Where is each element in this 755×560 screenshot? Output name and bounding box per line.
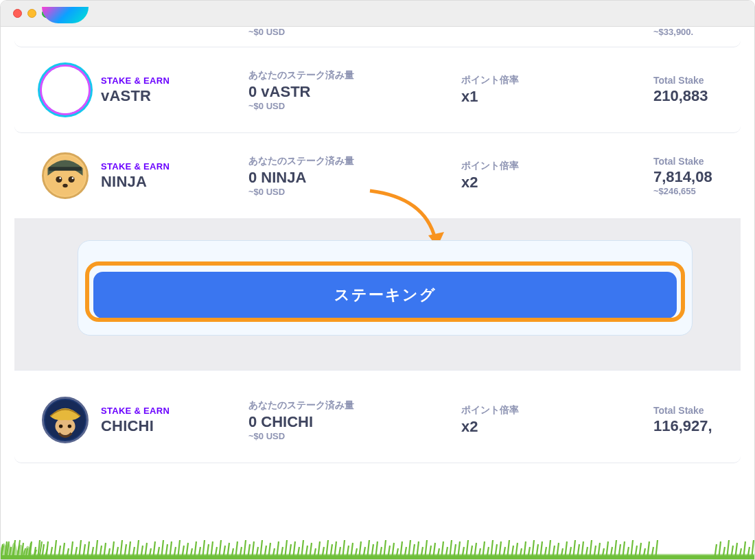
- staked-label: あなたのステーク済み量: [248, 155, 461, 167]
- token-name: CHICHI: [101, 417, 248, 435]
- staked-usd: ~$0 USD: [248, 187, 461, 197]
- svg-point-9: [72, 177, 74, 179]
- token-name: NINJA: [101, 173, 248, 191]
- vastr-icon: [42, 67, 89, 113]
- token-row-vastr[interactable]: STAKE & EARN vASTR あなたのステーク済み量 0 vASTR ~…: [14, 47, 741, 133]
- expanded-stake-panel: ステーキング: [14, 218, 741, 371]
- svg-point-7: [69, 176, 75, 183]
- stake-earn-badge: STAKE & EARN: [101, 406, 248, 416]
- total-usd: ~$246,655: [653, 186, 741, 196]
- total-value: 116,927,: [653, 417, 741, 435]
- staked-label: あなたのステーク済み量: [248, 69, 461, 82]
- svg-point-14: [68, 424, 71, 428]
- browser-window: ~$0 USD ~$33,900. STAKE & EARN vASTR あなた…: [0, 0, 755, 560]
- staked-usd: ~$0 USD: [248, 27, 461, 37]
- svg-point-0: [56, 81, 74, 99]
- svg-point-12: [55, 417, 75, 435]
- stake-earn-badge: STAKE & EARN: [101, 75, 248, 86]
- svg-point-1: [62, 79, 69, 86]
- staked-label: あなたのステーク済み量: [248, 399, 461, 412]
- window-minimize-icon[interactable]: [27, 9, 36, 18]
- multiplier-label: ポイント倍率: [461, 160, 653, 172]
- staked-usd: ~$0 USD: [248, 101, 461, 111]
- stake-earn-badge: STAKE & EARN: [101, 161, 248, 172]
- total-label: Total Stake: [653, 405, 741, 416]
- svg-rect-5: [49, 167, 81, 170]
- stake-card: ステーキング: [78, 240, 693, 336]
- staked-value: 0 vASTR: [248, 83, 461, 101]
- svg-point-10: [62, 184, 67, 187]
- total-usd: ~$33,900.: [653, 27, 741, 37]
- app-content: ~$0 USD ~$33,900. STAKE & EARN vASTR あなた…: [1, 27, 754, 559]
- ninja-icon: [42, 152, 89, 199]
- svg-point-3: [68, 90, 76, 97]
- staking-button[interactable]: ステーキング: [93, 272, 677, 318]
- multiplier-label: ポイント倍率: [461, 404, 653, 417]
- token-row-chichi[interactable]: STAKE & EARN CHICHI あなたのステーク済み量 0 CHICHI…: [14, 377, 741, 463]
- token-name: vASTR: [101, 87, 248, 105]
- multiplier-label: ポイント倍率: [461, 74, 653, 86]
- staked-usd: ~$0 USD: [248, 431, 461, 441]
- staked-value: 0 NINJA: [248, 169, 461, 187]
- window-titlebar: [1, 1, 754, 27]
- multiplier-value: x2: [461, 418, 653, 436]
- svg-point-8: [59, 177, 61, 179]
- window-close-icon[interactable]: [13, 9, 22, 18]
- token-row[interactable]: ~$0 USD ~$33,900.: [14, 27, 741, 47]
- staked-value: 0 CHICHI: [248, 413, 461, 431]
- svg-point-13: [59, 424, 62, 428]
- total-value: 210,883: [653, 87, 741, 105]
- svg-point-2: [56, 90, 63, 97]
- chichi-icon: [42, 397, 89, 443]
- svg-point-6: [56, 176, 62, 183]
- multiplier-value: x1: [461, 88, 653, 106]
- total-label: Total Stake: [653, 75, 741, 86]
- total-label: Total Stake: [653, 156, 741, 167]
- token-row-ninja[interactable]: STAKE & EARN NINJA あなたのステーク済み量 0 NINJA ~…: [14, 133, 741, 218]
- multiplier-value: x2: [461, 174, 653, 191]
- total-value: 7,814,08: [653, 168, 741, 186]
